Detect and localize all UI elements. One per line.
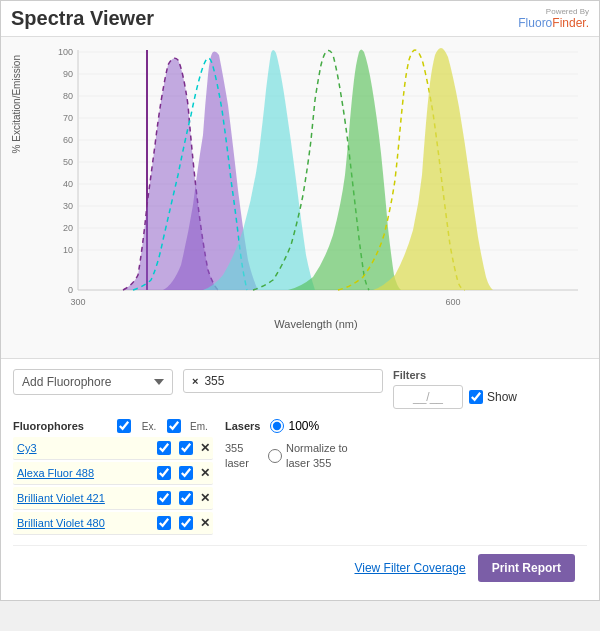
svg-text:70: 70: [63, 113, 73, 123]
svg-text:0: 0: [68, 285, 73, 295]
fluoro-bv421-delete[interactable]: ✕: [197, 491, 213, 505]
print-report-button[interactable]: Print Report: [478, 554, 575, 582]
laser-normalize-radio[interactable]: [268, 449, 282, 463]
svg-text:50: 50: [63, 157, 73, 167]
fluoro-alexa488-em-checkbox[interactable]: [179, 466, 193, 480]
app-title: Spectra Viewer: [11, 7, 154, 30]
laser-355-label: 355laser: [225, 441, 260, 472]
fluoro-table-header: Fluorophores Ex. Em.: [13, 419, 213, 433]
view-filter-coverage-link[interactable]: View Filter Coverage: [354, 561, 465, 575]
logo: FluoroFinder.: [518, 16, 589, 30]
svg-text:90: 90: [63, 69, 73, 79]
fluoro-name-alexa488[interactable]: Alexa Fluor 488: [17, 467, 153, 479]
laser-panel-header: Lasers 100%: [225, 419, 587, 433]
logo-container: Powered By FluoroFinder.: [518, 7, 589, 30]
app-container: Spectra Viewer Powered By FluoroFinder. …: [0, 0, 600, 601]
fluoro-col-ex-header: Ex.: [135, 421, 163, 432]
laser-100-label: 100%: [288, 419, 319, 433]
svg-text:30: 30: [63, 201, 73, 211]
laser-normalize-label: Normalize tolaser 355: [286, 441, 348, 472]
filter-container: Filters Show: [393, 369, 517, 409]
fluorophore-panel: Fluorophores Ex. Em. Cy3 ✕ Alexa Fluor 4…: [13, 419, 213, 537]
logo-fluoro-text: Fluoro: [518, 16, 552, 30]
controls-top-row: Add Fluorophore × Filters Show: [13, 369, 587, 409]
powered-by-text: Powered By: [546, 7, 589, 16]
y-axis-label: % Excitation/Emission: [11, 55, 22, 153]
laser-wavelength-input[interactable]: [204, 374, 324, 388]
fluoro-col-em-header: Em.: [185, 421, 213, 432]
chart-wrapper: % Excitation/Emission 100 90 80 70 60 50: [11, 45, 589, 354]
fluoro-name-cy3[interactable]: Cy3: [17, 442, 153, 454]
svg-text:40: 40: [63, 179, 73, 189]
fluoro-em-all-checkbox[interactable]: [167, 419, 181, 433]
filter-show-label: Show: [487, 390, 517, 404]
fluoro-cy3-ex-checkbox[interactable]: [157, 441, 171, 455]
laser-input-container: ×: [183, 369, 383, 393]
spectra-chart: 100 90 80 70 60 50 40 30 20 10: [43, 45, 583, 315]
filter-show-container: Show: [469, 390, 517, 404]
logo-dot-text: .: [586, 16, 589, 30]
fluoro-bv480-ex-checkbox[interactable]: [157, 516, 171, 530]
svg-text:10: 10: [63, 245, 73, 255]
fluoro-row-alexa488: Alexa Fluor 488 ✕: [13, 462, 213, 485]
fluoro-cy3-em-checkbox[interactable]: [179, 441, 193, 455]
logo-finder-text: Finder: [552, 16, 585, 30]
svg-text:100: 100: [58, 47, 73, 57]
fluoro-name-bv480[interactable]: Brilliant Violet 480: [17, 517, 153, 529]
svg-text:20: 20: [63, 223, 73, 233]
fluoro-row-bv480: Brilliant Violet 480 ✕: [13, 512, 213, 535]
fluoro-alexa488-delete[interactable]: ✕: [197, 466, 213, 480]
footer: View Filter Coverage Print Report: [13, 545, 587, 590]
laser-normalize-container: Normalize tolaser 355: [268, 441, 348, 472]
fluoro-name-bv421[interactable]: Brilliant Violet 421: [17, 492, 153, 504]
laser-355-row: 355laser Normalize tolaser 355: [225, 441, 587, 472]
fluoro-ex-all-checkbox[interactable]: [117, 419, 131, 433]
laser-panel: Lasers 100% 355laser Normalize tolaser 3…: [225, 419, 587, 537]
fluoro-cy3-delete[interactable]: ✕: [197, 441, 213, 455]
laser-100-container: 100%: [270, 419, 319, 433]
fluoro-row-bv421: Brilliant Violet 421 ✕: [13, 487, 213, 510]
fluoro-row-cy3: Cy3 ✕: [13, 437, 213, 460]
lasers-label: Lasers: [225, 420, 260, 432]
laser-x-button[interactable]: ×: [192, 375, 198, 387]
svg-text:80: 80: [63, 91, 73, 101]
bottom-panels: Fluorophores Ex. Em. Cy3 ✕ Alexa Fluor 4…: [13, 419, 587, 537]
filter-show-checkbox[interactable]: [469, 390, 483, 404]
add-fluorophore-select[interactable]: Add Fluorophore: [13, 369, 173, 395]
chart-area: % Excitation/Emission 100 90 80 70 60 50: [1, 37, 599, 359]
fluoro-bv421-ex-checkbox[interactable]: [157, 491, 171, 505]
fluoro-col-name-header: Fluorophores: [13, 420, 113, 432]
x-axis-label: Wavelength (nm): [43, 318, 589, 334]
fluoro-bv480-em-checkbox[interactable]: [179, 516, 193, 530]
filters-label: Filters: [393, 369, 426, 381]
fluoro-alexa488-ex-checkbox[interactable]: [157, 466, 171, 480]
header: Spectra Viewer Powered By FluoroFinder.: [1, 1, 599, 37]
fluoro-bv480-delete[interactable]: ✕: [197, 516, 213, 530]
svg-text:60: 60: [63, 135, 73, 145]
controls-area: Add Fluorophore × Filters Show: [1, 359, 599, 600]
fluoro-bv421-em-checkbox[interactable]: [179, 491, 193, 505]
svg-text:300: 300: [70, 297, 85, 307]
filter-range-input[interactable]: [393, 385, 463, 409]
laser-100-radio[interactable]: [270, 419, 284, 433]
svg-text:600: 600: [445, 297, 460, 307]
